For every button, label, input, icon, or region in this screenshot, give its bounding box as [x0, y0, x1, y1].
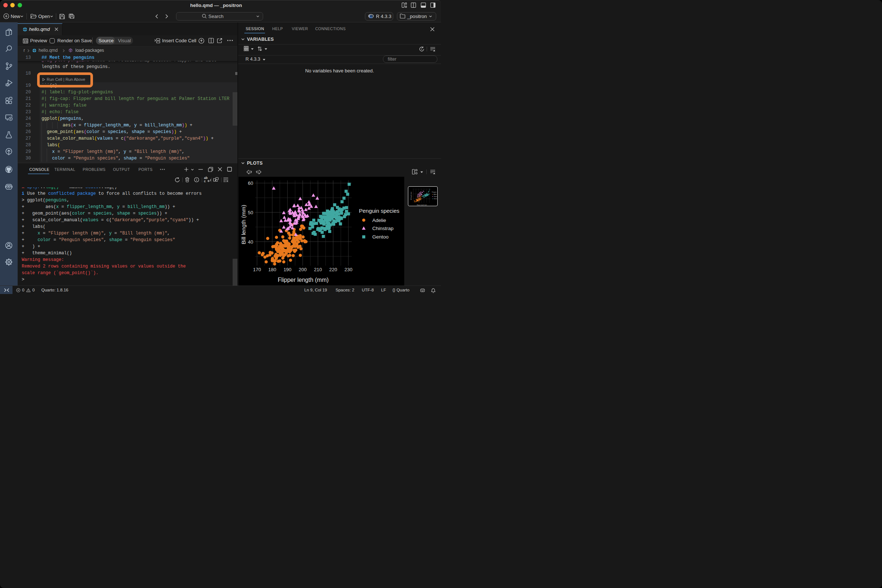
- svg-text:50: 50: [248, 210, 253, 215]
- svg-text:Penguin species: Penguin species: [432, 192, 437, 193]
- svg-text:Penguin species: Penguin species: [359, 208, 399, 214]
- svg-text:Bill length (mm): Bill length (mm): [410, 192, 412, 200]
- svg-text:200: 200: [299, 267, 307, 272]
- svg-text:220: 220: [329, 267, 338, 272]
- svg-text:Chinstrap: Chinstrap: [434, 196, 437, 197]
- svg-text:40: 40: [248, 239, 253, 245]
- svg-text:190: 190: [284, 267, 291, 272]
- svg-text:Gentoo: Gentoo: [434, 198, 437, 200]
- svg-text:Adelie: Adelie: [372, 218, 386, 223]
- svg-text:Adelie: Adelie: [434, 194, 437, 195]
- svg-text:Flipper length (mm): Flipper length (mm): [278, 277, 329, 283]
- svg-text:Gentoo: Gentoo: [372, 234, 388, 240]
- svg-text:Flipper length (mm): Flipper length (mm): [417, 204, 427, 206]
- svg-text:180: 180: [268, 267, 276, 272]
- svg-text:Chinstrap: Chinstrap: [372, 226, 394, 231]
- svg-text:170: 170: [253, 267, 261, 272]
- svg-text:Bill length (mm): Bill length (mm): [240, 205, 247, 244]
- svg-text:210: 210: [314, 267, 322, 272]
- svg-text:R: R: [370, 15, 373, 19]
- svg-text:60: 60: [248, 180, 253, 186]
- svg-text:230: 230: [344, 267, 352, 272]
